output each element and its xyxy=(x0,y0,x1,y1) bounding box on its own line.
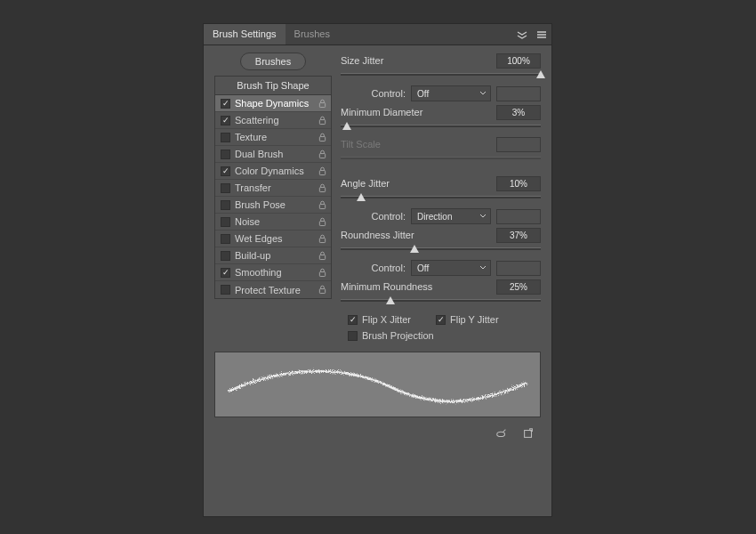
size-jitter-value[interactable]: 100% xyxy=(496,53,541,69)
size-control-value[interactable] xyxy=(496,86,541,101)
lock-icon[interactable] xyxy=(317,234,327,244)
new-preset-icon[interactable] xyxy=(521,426,535,441)
tilt-scale-slider xyxy=(341,154,541,166)
min-roundness-label: Minimum Roundness xyxy=(341,281,491,292)
option-label: Shape Dynamics xyxy=(235,98,312,109)
roundness-jitter-value[interactable]: 37% xyxy=(496,228,541,243)
svg-rect-5 xyxy=(319,187,325,191)
lock-icon[interactable] xyxy=(317,268,327,278)
lock-icon[interactable] xyxy=(317,133,327,142)
min-roundness-slider[interactable] xyxy=(341,296,541,309)
brush-options-list: Brush Tip Shape Shape DynamicsScattering… xyxy=(214,76,332,299)
size-jitter-label: Size Jitter xyxy=(341,55,491,66)
lock-icon[interactable] xyxy=(317,99,327,109)
collapse-icon[interactable] xyxy=(512,24,532,44)
checkbox[interactable] xyxy=(221,183,230,193)
lock-icon[interactable] xyxy=(317,200,327,210)
lock-icon[interactable] xyxy=(317,116,327,125)
option-label: Wet Edges xyxy=(235,233,312,244)
roundness-jitter-slider[interactable] xyxy=(341,245,541,257)
checkbox[interactable] xyxy=(221,116,230,125)
lock-icon[interactable] xyxy=(317,251,327,261)
flip-x-jitter-checkbox[interactable]: Flip X Jitter xyxy=(348,314,411,325)
checkbox[interactable] xyxy=(221,166,230,176)
option-label: Dual Brush xyxy=(235,149,312,159)
flip-y-jitter-checkbox[interactable]: Flip Y Jitter xyxy=(436,314,499,325)
shape-dynamics-controls: Size Jitter 100% Control: Off Minimum Di… xyxy=(341,53,541,341)
roundness-jitter-label: Roundness Jitter xyxy=(341,230,491,240)
tab-brushes[interactable]: Brushes xyxy=(286,24,339,44)
checkbox[interactable] xyxy=(221,234,230,244)
checkbox[interactable] xyxy=(221,268,230,278)
checkbox[interactable] xyxy=(221,285,230,295)
option-transfer[interactable]: Transfer xyxy=(215,180,331,197)
roundness-control-dropdown[interactable]: Off xyxy=(411,260,491,276)
roundness-control-value[interactable] xyxy=(496,261,541,276)
checkbox[interactable] xyxy=(221,251,230,261)
option-label: Color Dynamics xyxy=(235,166,312,176)
option-noise[interactable]: Noise xyxy=(215,214,331,231)
svg-rect-7 xyxy=(319,221,325,225)
brush-projection-checkbox[interactable]: Brush Projection xyxy=(348,330,434,341)
brush-preview xyxy=(214,352,541,417)
lock-icon[interactable] xyxy=(317,217,327,227)
svg-rect-9 xyxy=(319,255,325,259)
tab-bar: Brush Settings Brushes xyxy=(204,24,551,45)
tilt-scale-label: Tilt Scale xyxy=(341,139,491,150)
control-label: Control: xyxy=(371,211,406,222)
checkbox[interactable] xyxy=(221,133,230,142)
panel-footer xyxy=(214,423,541,441)
tab-brush-settings[interactable]: Brush Settings xyxy=(204,24,286,44)
lock-icon[interactable] xyxy=(317,166,327,176)
toggle-preview-icon[interactable] xyxy=(495,426,509,441)
control-label: Control: xyxy=(371,263,406,273)
svg-rect-1 xyxy=(319,119,325,124)
flip-x-label: Flip X Jitter xyxy=(362,314,411,325)
size-control-dropdown[interactable]: Off xyxy=(411,85,491,101)
checkbox[interactable] xyxy=(221,217,230,227)
lock-icon[interactable] xyxy=(317,183,327,193)
min-roundness-value[interactable]: 25% xyxy=(496,279,541,295)
option-smoothing[interactable]: Smoothing xyxy=(215,264,331,281)
svg-rect-4 xyxy=(319,170,325,174)
option-shape-dynamics[interactable]: Shape Dynamics xyxy=(215,95,331,112)
option-dual-brush[interactable]: Dual Brush xyxy=(215,146,331,163)
brush-tip-shape-header[interactable]: Brush Tip Shape xyxy=(215,77,331,95)
svg-rect-3 xyxy=(319,153,325,158)
panel-menu-icon[interactable] xyxy=(532,24,551,44)
option-scattering[interactable]: Scattering xyxy=(215,112,331,129)
checkbox[interactable] xyxy=(221,150,230,159)
option-brush-pose[interactable]: Brush Pose xyxy=(215,197,331,214)
svg-point-12 xyxy=(497,432,505,436)
lock-icon[interactable] xyxy=(317,285,327,295)
brush-projection-label: Brush Projection xyxy=(362,330,434,341)
flip-y-label: Flip Y Jitter xyxy=(450,314,499,325)
min-diameter-label: Minimum Diameter xyxy=(341,107,491,117)
min-diameter-slider[interactable] xyxy=(341,122,541,134)
angle-jitter-value[interactable]: 10% xyxy=(496,176,541,191)
size-jitter-slider[interactable] xyxy=(341,70,541,83)
min-diameter-value[interactable]: 3% xyxy=(496,105,541,120)
angle-control-dropdown[interactable]: Direction xyxy=(411,208,491,224)
option-label: Noise xyxy=(235,216,312,227)
svg-rect-13 xyxy=(525,431,532,438)
svg-rect-8 xyxy=(319,238,325,242)
control-label: Control: xyxy=(371,88,406,99)
brush-settings-panel: Brush Settings Brushes Brushes Brush Tip… xyxy=(203,23,552,517)
checkbox[interactable] xyxy=(221,200,230,210)
svg-rect-6 xyxy=(319,204,325,208)
option-wet-edges[interactable]: Wet Edges xyxy=(215,231,331,247)
checkbox[interactable] xyxy=(221,99,230,109)
lock-icon[interactable] xyxy=(317,150,327,159)
option-label: Scattering xyxy=(235,115,312,125)
option-label: Texture xyxy=(235,132,312,142)
angle-jitter-label: Angle Jitter xyxy=(341,178,491,189)
brushes-button[interactable]: Brushes xyxy=(240,53,306,70)
svg-rect-10 xyxy=(319,271,325,276)
angle-control-value[interactable] xyxy=(496,209,541,224)
option-color-dynamics[interactable]: Color Dynamics xyxy=(215,163,331,180)
angle-jitter-slider[interactable] xyxy=(341,193,541,206)
option-protect-texture[interactable]: Protect Texture xyxy=(215,281,331,298)
option-build-up[interactable]: Build-up xyxy=(215,247,331,264)
option-texture[interactable]: Texture xyxy=(215,129,331,146)
